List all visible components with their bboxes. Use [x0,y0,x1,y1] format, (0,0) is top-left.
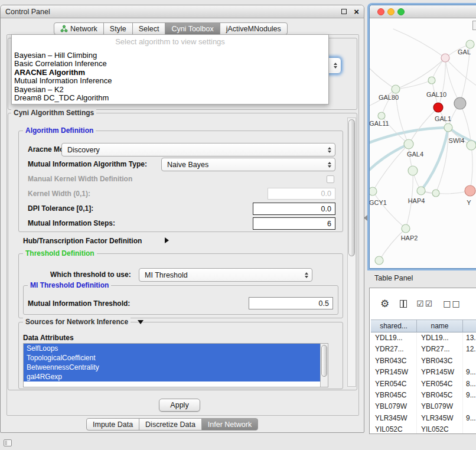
network-edge[interactable] [373,144,409,191]
hub-definition-label[interactable]: Hub/Transcription Factor Definition [23,237,142,245]
algorithm-option[interactable]: Mutual Information Inference [12,77,328,85]
gear-icon[interactable]: ⚙ [380,298,390,309]
window-title: Control Panel [5,8,50,16]
tab-discretize-data[interactable]: Discretize Data [139,418,202,431]
network-canvas[interactable]: GALGAL80GAL10GAL11GAL1SWI4GAL4GCY1HAP4YH… [370,18,476,268]
kernel-width-field[interactable]: 0.0 [268,188,335,200]
dock-panel-icon[interactable] [4,439,12,446]
mi-steps-field[interactable]: 6 [253,217,335,230]
manual-kernel-checkbox[interactable] [327,175,334,183]
network-node[interactable] [404,139,413,149]
tab-network[interactable]: Network [54,22,104,35]
network-edge[interactable] [445,58,476,89]
mi-type-combobox[interactable]: Naive Bayes [161,158,335,171]
network-node[interactable] [433,103,443,112]
apply-button[interactable]: Apply [159,399,200,412]
column-header[interactable]: shared... [371,320,417,332]
network-edge[interactable] [370,66,396,89]
table-row[interactable]: YBR043CYBR043C [371,356,476,367]
column-header[interactable] [463,320,476,332]
table-row[interactable]: YLR345WYLR345W9... [371,413,476,424]
tab-infer-network[interactable]: Infer Network [201,418,258,431]
network-tool-button[interactable] [472,21,476,30]
list-scrollbar[interactable] [320,344,328,387]
network-edge[interactable] [373,191,406,229]
table-row[interactable]: YER054CYER054C8... [371,379,476,390]
network-node[interactable] [467,141,476,150]
attributes-list[interactable]: SelfLoopsTopologicalCoefficientBetweenne… [23,343,328,387]
network-node[interactable] [441,54,449,62]
aracne-mode-combobox[interactable]: Discovery [61,143,335,156]
tab-select[interactable]: Select [132,22,166,35]
attribute-list-item[interactable]: gal4RGexp [24,372,320,381]
collapsed-arrow-icon[interactable] [165,237,169,243]
attribute-list-item[interactable]: TopologicalCoefficient [24,353,320,363]
network-node[interactable] [375,256,383,265]
network-edge[interactable] [382,89,396,116]
settings-scrollbar[interactable] [347,118,356,387]
scrollbar-thumb[interactable] [321,345,327,377]
control-panel-titlebar[interactable]: Control Panel × [1,5,364,18]
close-button[interactable]: × [354,8,359,15]
float-button[interactable] [341,9,347,14]
table-row[interactable]: YIL052CYIL052C [371,424,476,433]
network-edge[interactable] [470,145,472,191]
network-edge[interactable] [445,58,460,103]
network-node[interactable] [454,97,466,109]
network-edge[interactable] [396,80,432,89]
table-cell: 13... [463,332,476,344]
which-threshold-combobox[interactable]: MI Threshold [139,268,312,282]
expanded-arrow-icon[interactable] [138,320,144,324]
window-min-button[interactable] [387,8,395,15]
network-edge[interactable] [370,144,409,177]
network-edge[interactable] [421,128,448,191]
mi-threshold-field[interactable]: 0.5 [249,297,333,309]
network-edge[interactable] [393,29,445,58]
table-row[interactable]: YBR045CYBR045C9... [371,390,476,401]
table-panel-title: Table Panel [374,274,413,282]
algorithm-option[interactable]: Bayesian – Hill Climbing [12,51,328,60]
window-zoom-button[interactable] [397,8,405,15]
network-node[interactable] [408,166,418,175]
network-node[interactable] [392,85,400,93]
splitter-collapse-arrow[interactable] [364,215,367,221]
network-edge[interactable] [396,58,445,89]
mi-steps-label: Mutual Information Steps: [28,219,115,227]
table-row[interactable]: YDR27...YDR27...12... [371,344,476,355]
network-node[interactable] [370,187,377,195]
network-edge[interactable] [379,229,406,260]
tab-jactivemnodules[interactable]: jActiveMNodules [220,22,288,35]
columns-icon[interactable] [400,300,407,308]
tab-style[interactable]: Style [103,22,133,35]
sources-title[interactable]: Sources for Network Inference [23,318,131,326]
tab-cyni-toolbox[interactable]: Cyni Toolbox [165,22,220,35]
network-node[interactable] [417,187,425,195]
network-node[interactable] [465,185,475,196]
network-node[interactable] [428,77,435,84]
table-row[interactable]: YPR145WYPR145W9... [371,367,476,378]
attribute-list-item[interactable]: BetweennessCentrality [24,363,320,372]
network-edge[interactable] [421,191,470,194]
network-node[interactable] [466,40,474,48]
window-close-button[interactable] [377,8,384,15]
algorithm-option[interactable]: Bayesian – K2 [12,86,328,94]
algorithm-option[interactable]: Dream8 DC_TDC Algorithm [12,94,328,102]
network-node[interactable] [432,190,439,197]
network-node[interactable] [444,123,452,132]
algorithm-option[interactable]: ARACNE Algorithm [12,69,328,77]
network-titlebar[interactable] [370,5,476,18]
algorithm-option[interactable]: Basic Correlation Inference [12,60,328,68]
network-node[interactable] [402,224,410,233]
select-all-icon[interactable]: ☑☑ [416,299,433,308]
node-label: Y [467,199,471,206]
scrollbar-thumb[interactable] [348,119,355,256]
table-row[interactable]: YBL079WYBL079W [371,401,476,412]
column-header[interactable]: name [417,320,463,332]
table-row[interactable]: YDL19...YDL19...13... [371,332,476,344]
deselect-all-icon[interactable]: □□ [443,299,461,308]
tab-impute-data[interactable]: Impute Data [86,418,139,431]
network-edge[interactable] [409,107,438,144]
attribute-list-item[interactable]: SelfLoops [24,344,320,353]
dpi-tolerance-field[interactable]: 0.0 [253,203,335,215]
network-node[interactable] [378,112,385,119]
